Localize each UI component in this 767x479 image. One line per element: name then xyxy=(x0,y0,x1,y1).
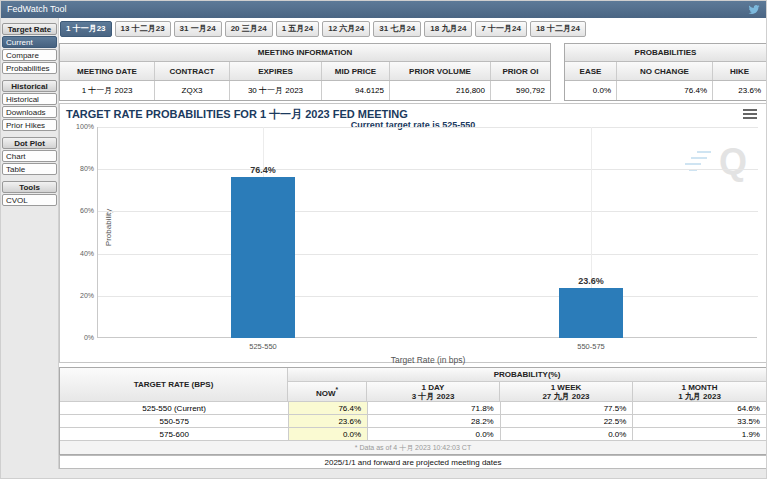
probability-sub-header-row: NOW*1 DAY3 十月 20231 WEEK27 九月 20231 MONT… xyxy=(288,382,766,402)
tab-meeting-4[interactable]: 1 五月24 xyxy=(276,21,320,37)
y-tick-label: 100% xyxy=(64,123,94,130)
meeting-information-panel: MEETING INFORMATION MEETING DATECONTRACT… xyxy=(59,43,551,101)
bar-525-550[interactable] xyxy=(231,177,295,338)
sidebar-nav: Target RateCurrentCompareProbabilitiesHi… xyxy=(2,23,57,206)
sidebar-item-compare[interactable]: Compare xyxy=(2,49,57,61)
quikstrike-watermark: Q xyxy=(719,141,747,183)
table-cell: 76.4% xyxy=(289,402,368,415)
sidebar-item-probabilities[interactable]: Probabilities xyxy=(2,62,57,74)
column-header: HIKE xyxy=(713,62,766,80)
sidebar-group-header: Dot Plot xyxy=(2,137,57,149)
bar-550-575[interactable] xyxy=(559,288,623,338)
y-tick-label: 20% xyxy=(64,292,94,299)
gridline xyxy=(98,169,758,170)
gridline xyxy=(98,254,758,255)
sidebar-group-header: Historical xyxy=(2,80,57,92)
tab-meeting-0[interactable]: 1 十一月23 xyxy=(60,21,112,37)
tab-meeting-7[interactable]: 18 九月24 xyxy=(424,21,472,37)
probability-sub-header: 1 MONTH1 九月 2023 xyxy=(633,382,766,402)
meeting-information-title: MEETING INFORMATION xyxy=(60,44,550,62)
tab-meeting-8[interactable]: 7 十一月24 xyxy=(475,21,527,37)
table-cell: 28.2% xyxy=(368,415,501,428)
probability-sub-header: 1 WEEK27 九月 2023 xyxy=(500,382,633,402)
y-tick-label: 60% xyxy=(64,207,94,214)
meeting-information-header-row: MEETING DATECONTRACTEXPIRESMID PRICEPRIO… xyxy=(60,62,550,81)
meeting-information-value-row: 1 十一月 2023ZQX330 十一月 202394.6125216,8005… xyxy=(60,81,550,100)
sidebar-item-table[interactable]: Table xyxy=(2,163,57,175)
probability-table: TARGET RATE (BPS) PROBABILITY(%) NOW*1 D… xyxy=(59,367,767,455)
app-title-bar: FedWatch Tool xyxy=(1,1,767,18)
sidebar-item-current[interactable]: Current xyxy=(2,36,57,48)
bar-value-label: 76.4% xyxy=(228,165,298,175)
probabilities-title: PROBABILITIES xyxy=(565,44,766,62)
sidebar-item-prior-hikes[interactable]: Prior Hikes xyxy=(2,119,57,131)
column-header: MID PRICE xyxy=(322,62,390,80)
cell-value: 23.6% xyxy=(713,81,766,100)
table-cell: 0.0% xyxy=(368,428,501,441)
sidebar-item-chart[interactable]: Chart xyxy=(2,150,57,162)
table-cell: 77.5% xyxy=(501,402,634,415)
cell-value: 216,800 xyxy=(390,81,491,100)
bar-value-label: 23.6% xyxy=(556,276,626,286)
tab-meeting-5[interactable]: 12 六月24 xyxy=(322,21,370,37)
app-title: FedWatch Tool xyxy=(7,4,67,14)
cell-value: ZQX3 xyxy=(155,81,230,100)
x-category-label: 525-550 xyxy=(223,342,303,351)
table-cell: 33.5% xyxy=(633,415,766,428)
tab-meeting-6[interactable]: 31 七月24 xyxy=(373,21,421,37)
probability-sub-header: NOW* xyxy=(288,382,367,402)
sidebar-item-downloads[interactable]: Downloads xyxy=(2,106,57,118)
cell-value: 94.6125 xyxy=(322,81,390,100)
y-tick-label: 0% xyxy=(64,334,94,341)
tab-meeting-2[interactable]: 31 一月24 xyxy=(174,21,222,37)
gridline xyxy=(98,296,758,297)
column-header: PRIOR VOLUME xyxy=(390,62,491,80)
cell-value: 76.4% xyxy=(617,81,713,100)
cell-value: 0.0% xyxy=(565,81,617,100)
column-header: PRIOR OI xyxy=(491,62,550,80)
column-header: CONTRACT xyxy=(155,62,230,80)
twitter-icon[interactable] xyxy=(748,4,760,15)
table-cell: 575-600 xyxy=(60,428,289,441)
cell-value: 1 十一月 2023 xyxy=(60,81,155,100)
table-cell: 525-550 (Current) xyxy=(60,402,289,415)
probabilities-panel: PROBABILITIES EASENO CHANGEHIKE 0.0%76.4… xyxy=(564,43,767,101)
table-cell: 1.9% xyxy=(633,428,766,441)
probability-chart-panel: TARGET RATE PROBABILITIES FOR 1 十一月 2023… xyxy=(59,103,767,363)
watermark-dashes-icon xyxy=(683,149,713,175)
table-cell: 0.0% xyxy=(289,428,368,441)
column-header: EASE xyxy=(565,62,617,80)
probabilities-value-row: 0.0%76.4%23.6% xyxy=(565,81,766,100)
chart-plot-area: Probability Target Rate (in bps) Q 0%20%… xyxy=(97,127,757,338)
sidebar-group-header: Target Rate xyxy=(2,23,57,35)
cell-value: 30 十一月 2023 xyxy=(230,81,322,100)
projected-dates-note: 2025/1/1 and forward are projected meeti… xyxy=(59,455,767,469)
table-row: 550-57523.6%28.2%22.5%33.5% xyxy=(60,415,766,428)
table-cell: 71.8% xyxy=(368,402,501,415)
data-as-of-footnote: * Data as of 4 十月 2023 10:42:03 CT xyxy=(60,441,766,454)
table-cell: 23.6% xyxy=(289,415,368,428)
gridline xyxy=(98,127,758,128)
probabilities-header-row: EASENO CHANGEHIKE xyxy=(565,62,766,81)
sidebar-item-historical[interactable]: Historical xyxy=(2,93,57,105)
cell-value: 590,792 xyxy=(491,81,550,100)
sidebar-group-header: Tools xyxy=(2,181,57,193)
table-cell: 64.6% xyxy=(633,402,766,415)
table-cell: 22.5% xyxy=(501,415,634,428)
probability-group-header: PROBABILITY(%) xyxy=(288,368,766,382)
sidebar-item-cvol[interactable]: CVOL xyxy=(2,194,57,206)
column-header: NO CHANGE xyxy=(617,62,713,80)
x-axis-title: Target Rate (in bps) xyxy=(98,355,758,365)
column-header: MEETING DATE xyxy=(60,62,155,80)
fedwatch-tool-window: FedWatch Tool 1 十一月2313 十二月2331 一月2420 三… xyxy=(0,0,767,479)
tab-meeting-1[interactable]: 13 十二月23 xyxy=(115,21,171,37)
gridline xyxy=(98,211,758,212)
tab-meeting-3[interactable]: 20 三月24 xyxy=(225,21,273,37)
table-row: 575-6000.0%0.0%0.0%1.9% xyxy=(60,428,766,441)
table-cell: 550-575 xyxy=(60,415,289,428)
x-category-label: 550-575 xyxy=(551,342,631,351)
y-tick-label: 40% xyxy=(64,250,94,257)
target-rate-column-header: TARGET RATE (BPS) xyxy=(60,368,288,402)
column-header: EXPIRES xyxy=(230,62,322,80)
tab-meeting-9[interactable]: 18 十二月24 xyxy=(530,21,586,37)
